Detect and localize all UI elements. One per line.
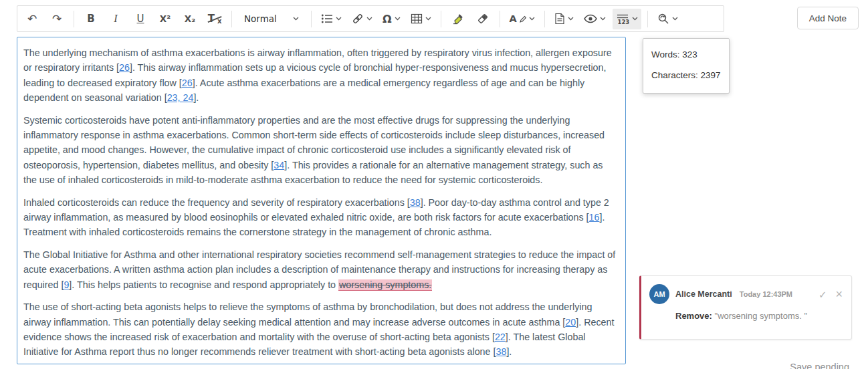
chevron-down-icon bbox=[600, 17, 606, 21]
citation-link[interactable]: 26 bbox=[182, 78, 193, 88]
paragraph: The Global Initiative for Asthma and oth… bbox=[23, 247, 617, 292]
paragraph: The underlying mechanism of asthma exace… bbox=[23, 45, 617, 106]
text-run: The use of short-acting beta agonists he… bbox=[23, 301, 592, 327]
chevron-down-icon bbox=[293, 17, 299, 21]
special-characters-dropdown[interactable]: Ω bbox=[379, 9, 404, 29]
toolbar-separator bbox=[441, 11, 441, 27]
citation-link[interactable]: 38 bbox=[410, 197, 421, 208]
bulleted-list-icon bbox=[321, 13, 333, 25]
citation-link[interactable]: 16 bbox=[589, 212, 600, 223]
chevron-down-icon bbox=[425, 17, 431, 21]
toolbar-separator bbox=[311, 11, 312, 27]
svg-text:123: 123 bbox=[617, 18, 629, 25]
chevron-down-icon bbox=[529, 17, 535, 21]
remove-format-button[interactable]: Tx bbox=[204, 9, 225, 29]
comment-card: AM Alice Mercanti Today 12:43PM ✓ × Remo… bbox=[639, 275, 852, 340]
suggestion-quoted-text: "worsening symptoms. " bbox=[712, 311, 807, 321]
dismiss-suggestion-icon[interactable]: × bbox=[835, 288, 843, 300]
chevron-down-icon bbox=[632, 17, 638, 21]
remove-highlight-button[interactable] bbox=[472, 9, 494, 29]
word-count-dropdown[interactable]: 123 bbox=[613, 9, 641, 29]
chevron-down-icon bbox=[395, 17, 401, 21]
comment-author: Alice Mercanti bbox=[675, 289, 732, 299]
table-dropdown[interactable] bbox=[407, 9, 435, 29]
citation-link[interactable]: 34 bbox=[274, 160, 284, 170]
bold-button[interactable]: B bbox=[80, 9, 102, 29]
save-status: Save pending bbox=[790, 362, 849, 369]
notes-dropdown[interactable] bbox=[551, 9, 577, 29]
editor-content[interactable]: The underlying mechanism of asthma exace… bbox=[17, 37, 625, 360]
comment-header: AM Alice Mercanti Today 12:43PM ✓ × bbox=[649, 284, 843, 304]
text-run: ]. bbox=[506, 346, 512, 357]
subscript-button[interactable]: X₂ bbox=[179, 9, 201, 29]
toolbar-separator bbox=[74, 11, 74, 27]
avatar: AM bbox=[649, 284, 669, 304]
toolbar-separator bbox=[544, 11, 545, 27]
font-color-icon: A bbox=[510, 13, 517, 24]
chevron-down-icon bbox=[672, 17, 678, 21]
toolbar-separator bbox=[231, 11, 232, 27]
word-count-characters: Characters: 2397 bbox=[651, 70, 721, 80]
redo-button[interactable]: ↷ bbox=[46, 9, 68, 29]
find-replace-icon bbox=[657, 13, 669, 25]
comment-body: Remove: "worsening symptoms. " bbox=[675, 311, 843, 321]
font-color-dropdown[interactable]: A bbox=[506, 9, 538, 29]
text-run: Inhaled corticosteroids can reduce the f… bbox=[23, 197, 410, 208]
chevron-down-icon bbox=[336, 17, 342, 21]
editor-toolbar: ↶ ↷ B I U X² X₂ Tx Normal Ω A bbox=[17, 5, 724, 32]
suggestion-action-label: Remove: bbox=[675, 311, 712, 321]
editor-area[interactable]: The underlying mechanism of asthma exace… bbox=[17, 37, 626, 364]
highlight-button[interactable] bbox=[447, 9, 469, 29]
citation-link[interactable]: 20 bbox=[565, 317, 576, 328]
heading-value: Normal bbox=[244, 13, 277, 24]
preview-dropdown[interactable] bbox=[580, 9, 609, 29]
word-count-popup: Words: 323 Characters: 2397 bbox=[643, 38, 730, 94]
omega-icon: Ω bbox=[383, 13, 392, 25]
link-icon bbox=[352, 13, 364, 25]
toolbar-separator bbox=[500, 11, 500, 27]
citation-link[interactable]: 26 bbox=[119, 62, 130, 73]
redo-icon: ↷ bbox=[52, 13, 62, 25]
link-dropdown[interactable] bbox=[348, 9, 376, 29]
text-run: ]. This helps patients to recognise and … bbox=[69, 279, 338, 290]
add-note-button[interactable]: Add Note bbox=[797, 7, 859, 29]
document-icon bbox=[554, 13, 565, 25]
paragraph: Systemic corticosteroids have potent ant… bbox=[23, 113, 617, 188]
highlighter-icon bbox=[452, 13, 464, 25]
citation-link[interactable]: 38 bbox=[496, 346, 506, 357]
eraser-icon bbox=[477, 13, 489, 25]
citation-link[interactable]: 23, 24 bbox=[167, 92, 194, 103]
chevron-down-icon bbox=[568, 17, 574, 21]
bulleted-list-dropdown[interactable] bbox=[318, 9, 345, 29]
table-icon bbox=[411, 13, 423, 25]
heading-dropdown[interactable]: Normal bbox=[238, 9, 305, 29]
toolbar-separator bbox=[647, 11, 648, 27]
pen-icon bbox=[520, 15, 526, 23]
text-run: ]. bbox=[193, 92, 199, 103]
chevron-down-icon bbox=[366, 17, 372, 21]
undo-button[interactable]: ↶ bbox=[21, 9, 43, 29]
word-count-words: Words: 323 bbox=[651, 49, 721, 59]
underline-button[interactable]: U bbox=[130, 9, 151, 29]
paragraph: Inhaled corticosteroids can reduce the f… bbox=[23, 195, 617, 240]
superscript-button[interactable]: X² bbox=[154, 9, 176, 29]
word-count-icon: 123 bbox=[616, 13, 629, 25]
find-replace-dropdown[interactable] bbox=[654, 9, 681, 29]
accept-suggestion-icon[interactable]: ✓ bbox=[819, 289, 827, 299]
italic-button[interactable]: I bbox=[105, 9, 126, 29]
comment-timestamp: Today 12:43PM bbox=[740, 290, 792, 298]
tracked-deletion[interactable]: worsening symptoms. bbox=[338, 279, 432, 291]
undo-icon: ↶ bbox=[27, 13, 37, 25]
citation-link[interactable]: 22 bbox=[495, 332, 506, 342]
paragraph: The use of short-acting beta agonists he… bbox=[23, 299, 617, 360]
eye-icon bbox=[584, 14, 597, 23]
